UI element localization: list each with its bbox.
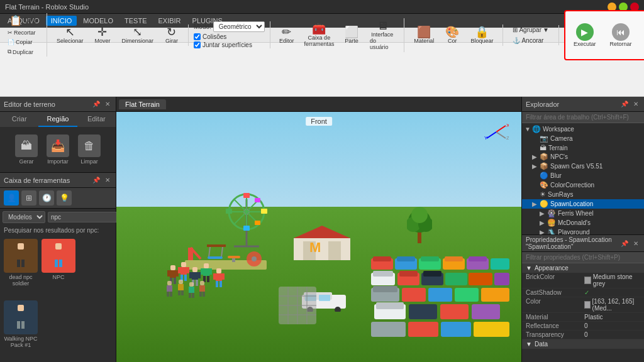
parar-button[interactable]: ⏹ Parar xyxy=(640,20,644,50)
prop-transparency: Transparency 0 xyxy=(522,331,644,339)
dimensionar-button[interactable]: ⤡ Dimensionar xyxy=(117,25,158,46)
toolbox-tab-clock[interactable]: 🕐 xyxy=(39,190,54,206)
prop-material: Material Plastic xyxy=(522,313,644,322)
prop-color: Color [163, 162, 165] (Med... xyxy=(522,297,644,313)
svg-rect-129 xyxy=(178,284,184,290)
caixa-ferramentas-button[interactable]: 🧰 Caixa de ferramentas xyxy=(301,18,338,52)
tree-colorcorrection[interactable]: 🎨ColorCorrection xyxy=(522,180,644,190)
retornar-button[interactable]: ⏮ Retornar xyxy=(604,20,637,50)
svg-rect-4 xyxy=(17,260,20,267)
svg-rect-60 xyxy=(373,256,391,261)
terrain-panel-controls: 📌 ✕ xyxy=(91,100,112,108)
girar-button[interactable]: ↻ Girar xyxy=(160,25,183,46)
colisoes-checkbox[interactable] xyxy=(194,33,201,40)
tree-spawnlocation[interactable]: ▶🟡SpawnLocation xyxy=(522,199,644,209)
toolbox-tab-person[interactable]: 👤 xyxy=(4,190,19,206)
editor-button[interactable]: ✏ Editor xyxy=(275,18,298,52)
main-area: Editor de terreno 📌 ✕ Criar Região Edita… xyxy=(0,97,644,362)
svg-rect-73 xyxy=(399,271,418,277)
cor-button[interactable]: 🎨 Cor xyxy=(441,25,464,46)
svg-rect-16 xyxy=(17,321,20,329)
toolbox-item-1[interactable]: NPC xyxy=(42,239,75,297)
app-title: Flat Terrain - Roblox Studio xyxy=(5,3,89,11)
svg-rect-106 xyxy=(192,267,197,272)
recortar-button[interactable]: ✂ Recortar xyxy=(5,28,43,37)
terrain-tool-gerar[interactable]: 🏔 Gerar xyxy=(13,132,40,167)
interface-button[interactable]: 🖥 Interface do usuário xyxy=(365,18,399,52)
terrain-tool-limpar[interactable]: 🗑 Limpar xyxy=(75,132,103,167)
modo-select[interactable]: Geométrico xyxy=(213,21,265,32)
svg-rect-109 xyxy=(198,272,201,278)
svg-line-18 xyxy=(496,126,506,132)
svg-rect-83 xyxy=(455,288,479,302)
svg-rect-3 xyxy=(25,250,29,258)
tree-playground[interactable]: ▶🛝Playground xyxy=(522,228,644,234)
importar-icon: 📥 xyxy=(47,134,69,157)
svg-line-19 xyxy=(496,132,506,138)
explorer-close[interactable]: ✕ xyxy=(631,100,640,108)
svg-line-20 xyxy=(487,132,496,138)
terrain-tab-regiao[interactable]: Região xyxy=(38,112,77,127)
terrain-panel-pin[interactable]: 📌 xyxy=(91,100,102,108)
svg-rect-6 xyxy=(55,243,62,250)
toolbox-close[interactable]: ✕ xyxy=(103,176,112,184)
viewport-tab-flat[interactable]: Flat Terrain xyxy=(119,99,166,109)
properties-panel: Propriedades - SpawnLocation "SpawnLocat… xyxy=(522,235,644,362)
toolbox-search-row: Modelos 🔍 ⋮ xyxy=(0,209,116,226)
tree-terrain[interactable]: 🏔Terrain xyxy=(522,143,644,152)
svg-rect-64 xyxy=(421,256,439,261)
toolbox-tab-grid[interactable]: ⊞ xyxy=(21,190,36,206)
toolbox-item-2[interactable]: Walking NPC Pack #1 xyxy=(4,300,38,358)
properties-pin[interactable]: 📌 xyxy=(619,239,630,248)
svg-rect-107 xyxy=(192,272,198,280)
tree-ferris[interactable]: ▶🎡Ferris Wheel xyxy=(522,209,644,218)
properties-close[interactable]: ✕ xyxy=(631,239,640,248)
juntar-checkbox[interactable] xyxy=(194,41,201,48)
explorer-search-input[interactable] xyxy=(522,112,644,123)
colar-button[interactable]: 📋 Colar xyxy=(5,13,43,28)
toolbox-tab-bulb[interactable]: 💡 xyxy=(57,190,72,206)
viewport-tabs: Flat Terrain xyxy=(116,97,521,112)
appearance-section[interactable]: ▼Appearance xyxy=(522,263,644,273)
tree-mcdonalds[interactable]: ▶🍔McDonald's xyxy=(522,218,644,228)
npcs-crowd xyxy=(165,256,228,300)
svg-rect-112 xyxy=(204,263,209,268)
svg-rect-135 xyxy=(192,293,194,298)
data-section[interactable]: ▼Data xyxy=(522,339,644,349)
terrain-panel-close[interactable]: ✕ xyxy=(103,100,112,108)
tree-blur[interactable]: 🔵Blur xyxy=(522,171,644,180)
tile-pattern xyxy=(279,287,316,324)
svg-rect-126 xyxy=(167,292,169,297)
tree-spawn-cars[interactable]: ▶📦Spawn Cars V5.51 xyxy=(522,162,644,171)
toolbox-item-0[interactable]: dead npc soldier xyxy=(4,239,38,297)
toolbox-panel: Caixa de ferramentas 📌 ✕ 👤 ⊞ 🕐 💡 Modelos… xyxy=(0,172,116,362)
toolbox-category-select[interactable]: Modelos xyxy=(3,211,45,223)
svg-rect-84 xyxy=(481,288,509,302)
duplicar-button[interactable]: ⧉ Duplicar xyxy=(5,47,43,57)
material-button[interactable]: 🟫 Material xyxy=(409,25,438,46)
toolbox-pin[interactable]: 📌 xyxy=(91,176,102,184)
agrupar-button[interactable]: ⊞ Agrupar ▼ xyxy=(508,25,553,35)
bloquear-button[interactable]: 🔒 Bloquear xyxy=(466,25,497,46)
tree-camera[interactable]: 📷Camera xyxy=(522,134,644,143)
ancorar-button[interactable]: ⚓ Ancorar xyxy=(508,36,553,45)
terrain-tool-importar[interactable]: 📥 Importar xyxy=(44,132,72,167)
copiar-button[interactable]: 📄 Copiar xyxy=(5,38,43,47)
executar-button[interactable]: ▶ Executar xyxy=(568,20,602,50)
tree-workspace[interactable]: ▼🌐Workspace xyxy=(522,124,644,134)
terrain-tab-criar[interactable]: Criar xyxy=(0,112,38,127)
selecionar-button[interactable]: ↖ Selecionar xyxy=(52,25,88,46)
explorer-header: Explorador 📌 ✕ xyxy=(522,97,644,112)
properties-search-input[interactable] xyxy=(522,252,644,263)
viewport-canvas[interactable]: Front X Z Y xyxy=(116,112,521,362)
mover-button[interactable]: ✛ Mover xyxy=(90,25,114,46)
svg-text:X: X xyxy=(506,123,509,128)
svg-rect-76 xyxy=(445,273,467,285)
explorer-pin[interactable]: 📌 xyxy=(619,100,630,108)
svg-rect-108 xyxy=(189,272,192,278)
tree-npcs[interactable]: ▶📦NPC's xyxy=(522,152,644,162)
terrain-tab-editar[interactable]: Editar xyxy=(77,112,116,127)
parte-button[interactable]: ⬜ Parte xyxy=(340,18,363,52)
tree-sunrays[interactable]: ☀SunRays xyxy=(522,190,644,199)
svg-rect-101 xyxy=(180,267,187,275)
